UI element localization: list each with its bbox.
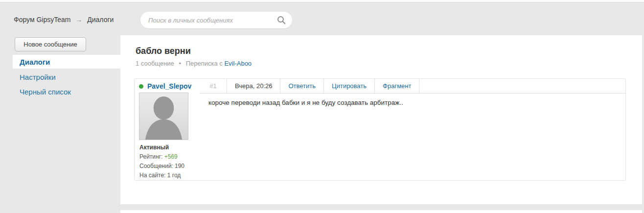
next-section-panel bbox=[120, 210, 642, 213]
message-number: #1 bbox=[200, 79, 227, 93]
message-card: Pavel_Slepov #1 Вчера, 20:26 Ответить Ци… bbox=[134, 78, 626, 181]
sidebar-item-settings[interactable]: Настройки bbox=[20, 73, 56, 81]
quote-button[interactable]: Цитировать bbox=[323, 79, 374, 93]
author-posts: Сообщений: 190 bbox=[139, 162, 184, 171]
sidebar-item-dialogs-label: Диалоги bbox=[20, 58, 50, 66]
author-status: Активный bbox=[139, 143, 184, 152]
thread-meta: 1 сообщение • Переписка с Evil-Aboo bbox=[136, 60, 252, 67]
sidebar-item-dialogs[interactable]: Диалоги bbox=[13, 55, 120, 69]
posts-value: 190 bbox=[175, 163, 184, 169]
search-box bbox=[140, 12, 292, 28]
breadcrumb-forum-link[interactable]: Форум GipsyTeam bbox=[14, 16, 70, 24]
message-timestamp: Вчера, 20:26 bbox=[227, 79, 280, 93]
message-header-tabs: #1 Вчера, 20:26 Ответить Цитировать Фраг… bbox=[200, 79, 625, 94]
top-strip bbox=[0, 0, 644, 2]
message-header: Pavel_Slepov #1 Вчера, 20:26 Ответить Ци… bbox=[135, 79, 625, 94]
conversation-with-label: Переписка с bbox=[186, 60, 223, 67]
message-count: 1 сообщение bbox=[136, 60, 174, 67]
peer-user-link[interactable]: Evil-Aboo bbox=[224, 60, 252, 67]
rating-value: +569 bbox=[164, 153, 178, 160]
thread-title: бабло верни bbox=[136, 46, 191, 56]
author-rating: Рейтинг: +569 bbox=[139, 152, 184, 162]
meta-bullet: • bbox=[176, 60, 184, 67]
fragment-button[interactable]: Фрагмент bbox=[374, 79, 419, 93]
author-cell: Pavel_Slepov bbox=[135, 79, 200, 94]
author-link[interactable]: Pavel_Slepov bbox=[147, 82, 191, 90]
message-body: короче переводи назад бабки и я не буду … bbox=[208, 99, 403, 106]
onsite-label: На сайте: bbox=[139, 172, 165, 179]
search-input[interactable] bbox=[148, 17, 276, 24]
new-message-button[interactable]: Новое сообщение bbox=[15, 37, 86, 51]
breadcrumb-arrow-icon: → bbox=[72, 16, 85, 24]
reply-button[interactable]: Ответить bbox=[280, 79, 323, 93]
breadcrumb-current: Диалоги bbox=[87, 16, 114, 24]
online-status-icon bbox=[139, 84, 143, 89]
breadcrumb: Форум GipsyTeam → Диалоги bbox=[14, 16, 114, 24]
avatar-placeholder-icon bbox=[139, 93, 188, 140]
search-icon[interactable] bbox=[276, 15, 286, 25]
sidebar-item-blacklist[interactable]: Черный список bbox=[20, 88, 71, 96]
onsite-value: 1 год bbox=[167, 172, 181, 179]
author-onsite: На сайте: 1 год bbox=[139, 171, 184, 180]
header-filler bbox=[419, 79, 625, 93]
pm-page: Форум GipsyTeam → Диалоги Новое сообщени… bbox=[0, 0, 644, 213]
posts-label: Сообщений: bbox=[139, 163, 173, 169]
content-panel: бабло верни 1 сообщение • Переписка с Ev… bbox=[120, 35, 642, 204]
author-stats: Активный Рейтинг: +569 Сообщений: 190 На… bbox=[139, 143, 184, 180]
avatar[interactable] bbox=[139, 93, 188, 140]
rating-label: Рейтинг: bbox=[139, 153, 162, 160]
